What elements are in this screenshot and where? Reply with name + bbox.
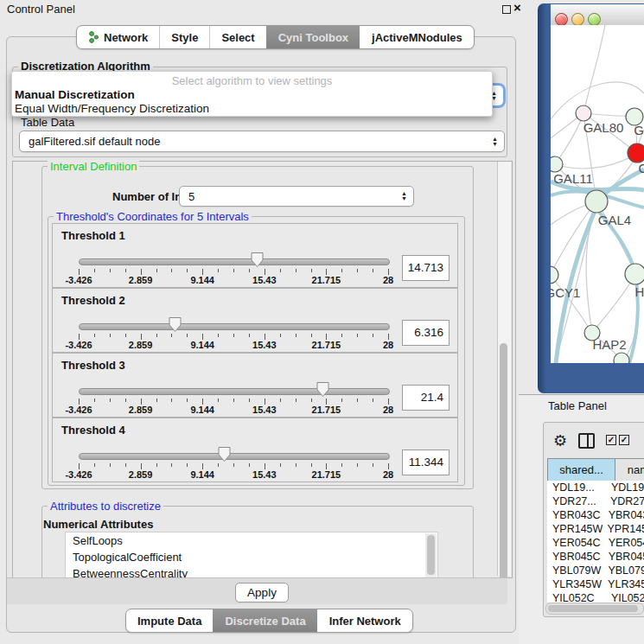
tab-infer-network[interactable]: Infer Network (317, 609, 412, 632)
tab-label: Discretize Data (225, 615, 305, 628)
slider-thumb[interactable] (316, 381, 329, 398)
horizontal-scrollbar[interactable] (545, 603, 644, 615)
slider-track[interactable] (79, 388, 390, 395)
table-row[interactable]: YLR345WYLR345W (547, 577, 644, 591)
control-panel-titlebar: Control Panel × (0, 0, 519, 17)
tab-label: jActiveMNodules (372, 31, 462, 44)
table-row[interactable]: YPR145WYPR145W (547, 522, 644, 536)
stepper-icon: ▲▼ (401, 191, 407, 201)
gear-icon[interactable]: ⚙ (553, 431, 567, 450)
vertical-scrollbar[interactable] (497, 162, 511, 576)
node-label: GAL80 (583, 120, 624, 135)
threshold-box: Threshold 4-3.4262.8599.14415.4321.71528… (52, 418, 458, 482)
node-h[interactable] (625, 264, 644, 284)
tick-label: -3.426 (65, 469, 92, 480)
attributes-scrollbar[interactable] (425, 533, 437, 578)
tab-select[interactable]: Select (209, 26, 265, 48)
algorithm-dropdown-popup: Select algorithm to view settings Manual… (11, 71, 493, 117)
slider-thumb[interactable] (169, 316, 182, 333)
algorithm-option[interactable]: Equal Width/Frequency Discretization (14, 102, 490, 116)
threshold-value-field[interactable]: 11.344 (402, 450, 450, 475)
node-label: C (639, 161, 644, 175)
number-of-intervals-combo[interactable]: 5 ▲▼ (179, 186, 414, 207)
attribute-item[interactable]: TopologicalCoefficient (66, 549, 437, 565)
minimize-traffic-icon[interactable] (571, 13, 584, 26)
table-row[interactable]: YDR27...YDR27... (547, 494, 644, 508)
network-canvas[interactable]: GAL80GACGAL11GAL4GCY1HHAP2 (551, 25, 644, 363)
threshold-value-field[interactable]: 6.316 (402, 320, 450, 346)
float-window-icon[interactable] (502, 5, 511, 14)
slider-tick (311, 334, 312, 337)
interval-definition-label: Interval Definition (48, 160, 139, 173)
tab-discretize-data[interactable]: Discretize Data (213, 609, 316, 632)
tick-label: 2.859 (129, 275, 153, 285)
column-header-name[interactable]: name (615, 458, 644, 481)
zoom-traffic-icon[interactable] (588, 13, 601, 26)
table-data-combo[interactable]: galFiltered.sif default node ▲▼ (19, 131, 505, 152)
network-edge (555, 153, 637, 169)
cell-shared-name: YBL079W (547, 564, 603, 577)
close-icon[interactable]: × (513, 0, 521, 15)
slider-tick (233, 269, 234, 272)
node-pink[interactable] (576, 105, 591, 121)
table-row[interactable]: YBR043CYBR043C (547, 508, 644, 522)
node-red[interactable] (628, 143, 644, 163)
node-gcy1[interactable] (551, 266, 558, 284)
slider-thumb[interactable] (251, 252, 264, 268)
node-gal11[interactable] (551, 156, 563, 172)
tick-label: 21.715 (312, 405, 341, 415)
horizontal-scrollbar-thumb[interactable] (548, 605, 638, 612)
network-window-titlebar[interactable] (551, 4, 644, 26)
tab-jactivemnodules[interactable]: jActiveMNodules (360, 26, 474, 48)
slider-tick (388, 399, 389, 405)
table-row[interactable]: YIL052CYIL052C (547, 591, 644, 603)
slider-tick (218, 463, 219, 467)
table-row[interactable]: YBR045CYBR045C (547, 550, 644, 564)
threshold-value-field[interactable]: 14.713 (402, 255, 450, 281)
slider-tick (94, 399, 95, 402)
checkbox-icon[interactable]: ✓ (619, 435, 629, 445)
tab-impute-data[interactable]: Impute Data (126, 609, 213, 632)
cell-name: YIL052C (606, 591, 644, 603)
table-row[interactable]: YDL19...YDL19... (547, 481, 644, 494)
slider-tick (187, 334, 188, 337)
close-traffic-icon[interactable] (555, 13, 568, 26)
table-row[interactable]: YBL079WYBL079W (547, 564, 644, 577)
control-panel-title: Control Panel (7, 3, 75, 16)
slider-tick (110, 269, 111, 272)
slider-tick (233, 399, 234, 402)
column-header-shared[interactable]: shared... (547, 458, 615, 481)
slider-track[interactable] (79, 323, 390, 330)
tab-network[interactable]: Network (77, 26, 159, 48)
attribute-item[interactable]: SelfLoops (66, 532, 437, 549)
cell-shared-name: YER054C (547, 536, 603, 550)
slider-track[interactable] (79, 258, 390, 265)
tab-style[interactable]: Style (159, 26, 209, 48)
attribute-item[interactable]: BetweennessCentrality (66, 565, 437, 578)
slider-track[interactable] (79, 453, 390, 460)
numerical-attributes-list: SelfLoopsTopologicalCoefficientBetweenne… (65, 532, 438, 578)
bottom-tab-bar: Impute DataDiscretize DataInfer Network (125, 609, 413, 633)
checkbox-icon[interactable]: ✓ (606, 435, 616, 445)
slider-tick (341, 334, 342, 337)
split-column-icon[interactable] (578, 433, 595, 449)
slider-tick (311, 399, 312, 402)
cell-shared-name: YIL052C (547, 591, 606, 603)
apply-button[interactable]: Apply (235, 583, 289, 603)
cell-name: YBR043C (603, 508, 644, 522)
vertical-scrollbar-thumb[interactable] (500, 343, 507, 596)
cell-shared-name: YDR27... (547, 494, 605, 508)
attributes-scrollbar-thumb[interactable] (427, 535, 435, 575)
node-bottom[interactable] (614, 353, 629, 363)
slider-thumb[interactable] (218, 446, 231, 462)
cell-name: YBR045C (603, 550, 644, 564)
table-row[interactable]: YER054CYER054C (547, 536, 644, 550)
node-gal4[interactable] (585, 190, 608, 213)
numerical-attributes-label: Numerical Attributes (41, 518, 156, 531)
threshold-value-field[interactable]: 21.4 (402, 385, 450, 411)
threshold-box: Threshold 3-3.4262.8599.14415.4321.71528… (52, 353, 458, 418)
slider-tick (249, 463, 250, 467)
algorithm-option[interactable]: Manual Discretization (14, 88, 490, 102)
tab-cyni-toolbox[interactable]: Cyni Toolbox (266, 26, 360, 48)
slider-tick (156, 334, 157, 337)
